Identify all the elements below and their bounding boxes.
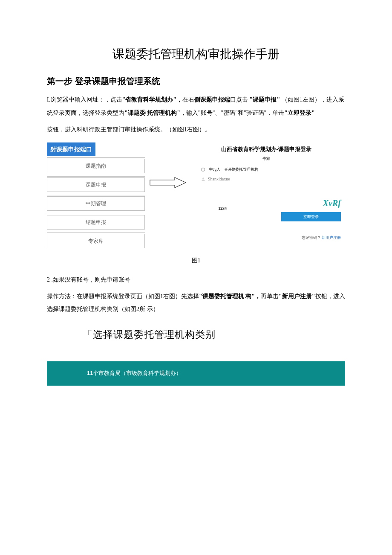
text: 口点击: [230, 96, 250, 103]
login-footer: 忘记密码？ 新用户注册: [192, 234, 341, 241]
menu-item-final[interactable]: 结题申报: [47, 215, 145, 230]
menu-item-apply[interactable]: 课题申报: [47, 177, 145, 192]
forgot-password-link[interactable]: 忘记密码？: [302, 235, 321, 240]
figure-1: 射课题申报端口 课题指南 课题申报 中期管理 结题申报 专家库 山西省教育科学规…: [47, 142, 345, 253]
menu-item-midterm[interactable]: 中期管理: [47, 196, 145, 211]
sidebar-panel: 射课题申报端口 课题指南 课题申报 中期管理 结题申报 专家库: [47, 142, 145, 253]
arrow-icon: [149, 142, 187, 193]
text-bold: "课题委 托管理机构"，: [124, 110, 186, 116]
category-label: 个市教育局（市级教育科学规划办）: [93, 370, 182, 376]
svg-point-0: [202, 177, 204, 179]
radio-icon: [201, 168, 205, 171]
username-input[interactable]: Shanxidaxue: [192, 173, 341, 185]
menu-list: 课题指南 课题申报 中期管理 结题申报 专家库: [47, 159, 145, 248]
text: 输入"账号"、"密码"和"验证码"，单击: [186, 110, 284, 116]
login-subtitle: 专家: [192, 155, 341, 163]
text-bold: "省教育科学规划办"，: [122, 96, 183, 103]
user-icon: [201, 177, 205, 181]
paragraph-2: 按钮，进入科研行政主管部门审批操作系统。（如图1右图）。: [47, 123, 345, 137]
text-bold: "课题申报": [250, 96, 280, 103]
text: L浏览器中输入网址：，点击: [47, 96, 122, 103]
category-bar[interactable]: 11个市教育局（市级教育科学规划办）: [47, 361, 345, 386]
paragraph-1: L浏览器中输入网址：，点击"省教育科学规划办"，在右侧课题申报端口点击 "课题申…: [47, 93, 345, 120]
captcha-row: 1234 XvRf 立即登录: [192, 195, 341, 221]
text-bold: "课题委托管理机 构"，: [199, 293, 261, 299]
login-title: 山西省教育科学规划办-课题申报登录: [192, 144, 341, 155]
text-bold: 侧课题申报端: [194, 96, 230, 103]
text-bold: "立即登录": [284, 110, 315, 116]
text: 操作方法：在课题申报系统登录页面（如图1右图）先选择: [47, 293, 199, 299]
login-button[interactable]: 立即登录: [281, 212, 341, 221]
radio-label: ®课整委托管理机构: [225, 166, 258, 173]
figure-1-caption: 图1: [47, 255, 345, 267]
category-count: 11: [87, 370, 93, 376]
menu-item-expert[interactable]: 专家库: [47, 234, 145, 248]
register-link[interactable]: 新用户注册: [322, 235, 341, 240]
text-bold: "新用户注册": [279, 293, 315, 299]
captcha-image: XvRf: [281, 195, 341, 211]
panel-badge: 射课题申报端口: [47, 142, 95, 157]
radio-label: 申Jg人: [209, 166, 220, 173]
step-1-heading: 第一步 登录课题申报管理系统: [47, 73, 345, 89]
select-category-heading: 「选择课题委托管理机构类别: [83, 325, 345, 344]
paragraph-3: 2 .如果没有账号，则先申请账号: [47, 273, 345, 287]
menu-item-guide[interactable]: 课题指南: [47, 159, 145, 173]
paragraph-4: 操作方法：在课题申报系统登录页面（如图1右图）先选择"课题委托管理机 构"，再单…: [47, 290, 345, 317]
captcha-input[interactable]: 1234: [218, 204, 227, 212]
text: 在右: [182, 96, 194, 103]
login-type-radio[interactable]: 申Jg人 ®课整委托管理机构: [192, 166, 341, 173]
doc-title: 课题委托管理机构审批操作手册: [47, 43, 345, 65]
text: 再单击: [261, 293, 279, 299]
username-value: Shanxidaxue: [208, 175, 230, 183]
login-panel: 山西省教育科学规划办-课题申报登录 专家 申Jg人 ®课整委托管理机构 Shan…: [192, 142, 341, 242]
